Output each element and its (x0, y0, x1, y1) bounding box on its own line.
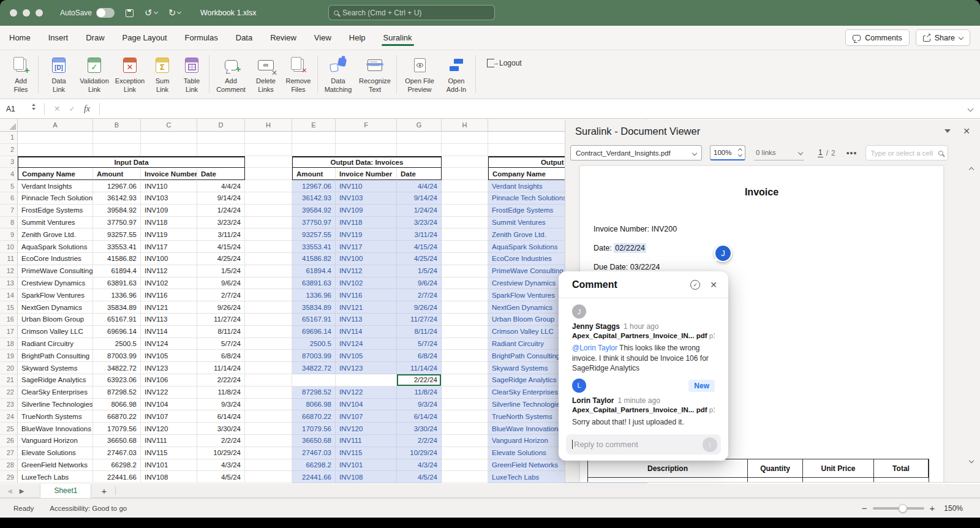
grid-cell[interactable]: 69696.14 (292, 326, 336, 338)
grid-cell[interactable] (292, 144, 336, 156)
grid-cell[interactable]: SageRidge Analytics (18, 374, 93, 387)
grid-cell[interactable]: 36650.68 (93, 435, 141, 447)
zoom-slider[interactable] (873, 507, 924, 510)
select-all-corner[interactable] (0, 119, 18, 132)
grid-cell[interactable] (245, 435, 292, 447)
grid-cell[interactable]: INV121 (336, 301, 397, 314)
grid-cell[interactable]: 1336.96 (93, 289, 141, 301)
column-header-E[interactable]: E (292, 119, 336, 132)
grid-cell[interactable]: 9/6/24 (197, 277, 245, 290)
row-number-22[interactable]: 22 (0, 387, 18, 399)
comment-file-name[interactable]: Apex_Capital_Partners_Invoice_IN... (572, 406, 694, 413)
grid-cell[interactable]: 12967.06 (93, 180, 141, 192)
row-number-16[interactable]: 16 (0, 314, 18, 326)
grid-cell[interactable]: Summit Ventures (18, 217, 93, 229)
panel-collapse-icon[interactable] (944, 129, 951, 133)
grid-cell[interactable]: INV111 (336, 435, 397, 447)
grid-cell[interactable]: Date (197, 168, 245, 180)
grid-cell[interactable]: 65167.91 (93, 314, 141, 326)
grid-cell[interactable]: INV119 (141, 228, 197, 241)
grid-cell[interactable]: INV120 (141, 423, 197, 435)
grid-cell[interactable]: Company Name (18, 168, 93, 180)
grid-cell[interactable]: BrightPath Consulting (18, 350, 93, 362)
grid-cell[interactable]: 4/3/24 (397, 459, 442, 472)
section-header-input[interactable]: Input Data (18, 156, 245, 168)
grid-cell[interactable] (245, 253, 292, 265)
grid-cell[interactable] (442, 459, 488, 472)
tab-page-layout[interactable]: Page Layout (122, 28, 168, 48)
grid-cell[interactable] (442, 241, 488, 253)
open-file-preview-button[interactable]: Open File Preview (399, 54, 440, 94)
row-number-24[interactable]: 24 (0, 410, 18, 423)
close-window-button[interactable] (10, 9, 17, 17)
grid-cell[interactable] (141, 132, 197, 144)
grid-cell[interactable]: 4/25/24 (397, 253, 442, 265)
logout-button[interactable]: Logout (487, 59, 522, 67)
grid-cell[interactable]: GreenField Networks (18, 459, 93, 472)
grid-cell[interactable]: 63923.06 (93, 374, 141, 387)
grid-cell[interactable]: 8066.98 (93, 399, 141, 411)
grid-cell[interactable]: INV115 (336, 447, 397, 459)
sheet-tab-sheet1[interactable]: Sheet1 (40, 484, 91, 498)
grid-cell[interactable] (442, 314, 488, 326)
row-number-2[interactable]: 2 (0, 144, 18, 156)
grid-cell[interactable] (442, 471, 488, 483)
row-number-15[interactable]: 15 (0, 301, 18, 314)
grid-cell[interactable]: Amount (292, 168, 336, 180)
grid-cell[interactable]: 4/15/24 (397, 241, 442, 253)
grid-cell[interactable]: 11/14/24 (197, 362, 245, 374)
grid-cell[interactable]: 2500.5 (93, 338, 141, 350)
grid-cell[interactable] (442, 132, 488, 144)
grid-cell[interactable]: INV117 (141, 241, 197, 253)
grid-cell[interactable] (93, 132, 141, 144)
grid-cell[interactable]: 1336.96 (292, 289, 336, 301)
grid-cell[interactable]: INV106 (141, 374, 197, 387)
grid-cell[interactable] (245, 205, 292, 217)
grid-cell[interactable]: 65167.91 (292, 314, 336, 326)
grid-cell[interactable]: FrostEdge Systems (18, 205, 93, 217)
grid-cell[interactable]: 1/5/24 (197, 265, 245, 277)
grid-cell[interactable] (245, 168, 292, 180)
grid-cell[interactable] (197, 144, 245, 156)
grid-cell[interactable]: 66298.2 (292, 459, 336, 472)
grid-cell[interactable]: 9/3/24 (397, 399, 442, 411)
grid-cell[interactable]: INV102 (141, 277, 197, 290)
grid-cell[interactable]: 2/22/24 (197, 374, 245, 387)
grid-cell[interactable] (397, 144, 442, 156)
tab-home[interactable]: Home (9, 28, 31, 48)
row-number-21[interactable]: 21 (0, 374, 18, 387)
grid-cell[interactable]: INV112 (141, 265, 197, 277)
row-number-18[interactable]: 18 (0, 338, 18, 350)
grid-cell[interactable]: INV107 (336, 410, 397, 423)
grid-cell[interactable] (442, 399, 488, 411)
grid-cell[interactable]: Crestview Dynamics (18, 277, 93, 290)
grid-cell[interactable]: 3/30/24 (397, 423, 442, 435)
column-header-C[interactable]: C (141, 119, 197, 132)
row-number-20[interactable]: 20 (0, 362, 18, 374)
row-number-3[interactable]: 3 (0, 156, 18, 168)
grid-cell[interactable] (245, 277, 292, 290)
grid-cell[interactable] (442, 387, 488, 399)
search-input[interactable] (342, 9, 489, 17)
grid-cell[interactable]: Pinnacle Tech Solutions (18, 192, 93, 205)
grid-cell[interactable] (336, 132, 397, 144)
insert-function-icon[interactable]: fx (84, 104, 90, 114)
grid-cell[interactable]: INV109 (141, 205, 197, 217)
zoom-control[interactable]: 100% (710, 145, 745, 160)
grid-cell[interactable]: 2/2/24 (197, 435, 245, 447)
tab-review[interactable]: Review (270, 28, 297, 48)
grid-cell[interactable]: Urban Bloom Group (18, 314, 93, 326)
grid-cell[interactable]: TrueNorth Systems (18, 410, 93, 423)
grid-cell[interactable]: 2/7/24 (397, 289, 442, 301)
grid-cell[interactable] (18, 144, 93, 156)
pdf-scrollbar[interactable] (968, 163, 976, 482)
prev-sheet-icon[interactable]: ◀ (7, 488, 12, 494)
comments-button[interactable]: Comments (845, 29, 909, 46)
grid-cell[interactable]: 41586.82 (93, 253, 141, 265)
grid-cell[interactable] (245, 265, 292, 277)
grid-cell[interactable] (442, 435, 488, 447)
name-box[interactable]: A1 (0, 99, 39, 118)
grid-cell[interactable] (442, 326, 488, 338)
delete-links-button[interactable]: ∞✕ Delete Links (250, 54, 282, 94)
tab-draw[interactable]: Draw (85, 28, 105, 48)
